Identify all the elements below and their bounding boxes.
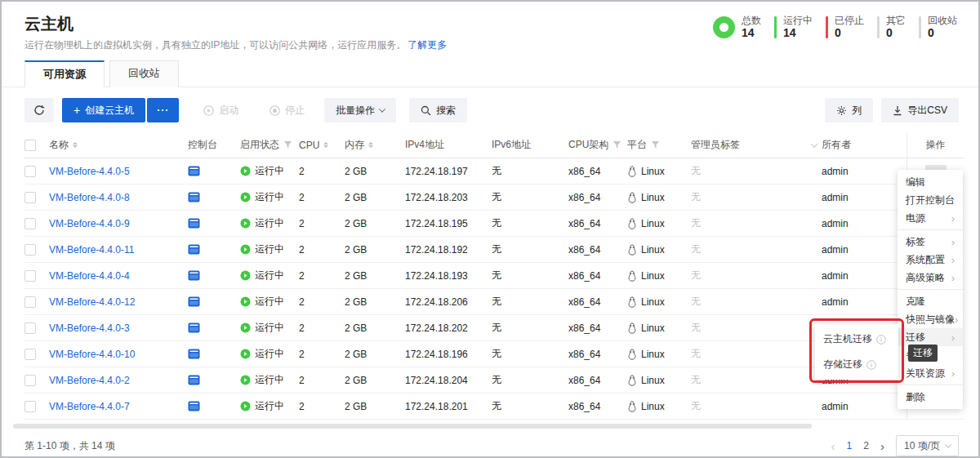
create-more-button[interactable] [147, 98, 179, 122]
stop-button[interactable]: 停止 [258, 98, 316, 122]
columns-button[interactable]: 列 [825, 98, 873, 122]
vm-name-link[interactable]: VM-Before-4.4.0-2 [49, 375, 130, 386]
console-icon[interactable] [188, 296, 200, 307]
menu-item-label: 快照与镜像 [906, 313, 955, 327]
row-checkbox[interactable] [24, 270, 36, 282]
row-checkbox[interactable] [24, 296, 36, 308]
vm-name-link[interactable]: VM-Before-4.4.0-9 [49, 218, 130, 229]
ipv4-cell: 172.24.18.192 [405, 244, 492, 256]
menu-item-编辑[interactable]: 编辑 [898, 173, 963, 191]
menu-item-电源[interactable]: 电源 [898, 209, 963, 227]
menu-item-标签[interactable]: 标签 [898, 233, 963, 251]
learn-more-link[interactable]: 了解更多 [408, 39, 447, 51]
column-header-cb [24, 140, 49, 151]
console-icon[interactable] [188, 244, 200, 255]
menu-item-系统配置[interactable]: 系统配置 [898, 251, 963, 269]
console-icon[interactable] [188, 375, 200, 385]
menu-divider [898, 289, 963, 290]
row-checkbox[interactable] [24, 401, 36, 412]
console-icon[interactable] [188, 270, 200, 281]
stat-item: 运行中14 [774, 15, 813, 40]
menu-item-关联资源[interactable]: 关联资源 [898, 364, 963, 382]
row-checkbox[interactable] [24, 166, 36, 177]
chevron-down-icon[interactable] [811, 140, 817, 147]
row-checkbox[interactable] [24, 244, 36, 256]
vm-name-link[interactable]: VM-Before-4.4.0-11 [49, 244, 135, 256]
console-icon[interactable] [188, 322, 200, 333]
admin-tag-cell: 无 [691, 295, 822, 309]
column-label: 内存 [345, 138, 364, 152]
table-row: VM-Before-4.4.0-12 运行中 2 2 GB 172.24.18.… [24, 289, 964, 315]
cpu-arch-cell: x86_64 [568, 192, 627, 203]
filter-icon[interactable] [651, 140, 660, 149]
menu-item-打开控制台[interactable]: 打开控制台 [898, 191, 963, 209]
row-checkbox[interactable] [24, 218, 36, 229]
tab-可用资源[interactable]: 可用资源 [24, 60, 105, 87]
ipv6-cell: 无 [492, 347, 568, 361]
console-icon[interactable] [188, 192, 200, 202]
row-checkbox[interactable] [24, 349, 36, 360]
memory-cell: 2 GB [345, 349, 405, 360]
console-icon[interactable] [188, 218, 200, 229]
sort-icon[interactable] [73, 142, 78, 148]
column-header-ipv6: IPv6地址 [492, 138, 568, 152]
filter-icon[interactable] [283, 140, 292, 149]
create-vm-button[interactable]: 创建云主机 [62, 98, 145, 122]
row-checkbox[interactable] [24, 322, 36, 334]
console-icon[interactable] [188, 401, 200, 411]
vm-name-link[interactable]: VM-Before-4.4.0-12 [49, 296, 135, 308]
menu-item-快照与镜像[interactable]: 快照与镜像 [898, 310, 963, 328]
menu-item-删除[interactable]: 删除 [898, 388, 963, 406]
refresh-icon [33, 104, 45, 116]
column-label: 启用状态 [240, 138, 279, 152]
status-text: 运行中 [255, 295, 284, 309]
menu-item-高级策略[interactable]: 高级策略 [898, 269, 963, 287]
tab-bar: 可用资源回收站 [2, 60, 978, 87]
page-button-1[interactable]: 1 [847, 440, 853, 451]
prev-page-button[interactable] [831, 439, 835, 453]
row-checkbox[interactable] [24, 192, 36, 203]
menu-item-label: 关联资源 [906, 367, 945, 380]
stat-item: 其它0 [877, 15, 906, 40]
status-text: 运行中 [255, 164, 284, 178]
menu-item-label: 迁移 [906, 331, 925, 345]
stat-value: 0 [835, 26, 864, 40]
running-status-icon [240, 270, 251, 281]
stat-label: 其它 [886, 15, 906, 26]
platform-text: Linux [641, 218, 665, 229]
page-button-2[interactable]: 2 [863, 440, 869, 451]
vm-name-link[interactable]: VM-Before-4.4.0-8 [49, 192, 130, 203]
filter-icon[interactable] [612, 140, 621, 149]
horizontal-scrollbar-thumb[interactable] [13, 424, 812, 429]
start-label: 启动 [219, 104, 238, 118]
export-csv-button[interactable]: 导出CSV [881, 98, 959, 122]
menu-item-迁移[interactable]: 迁移 [898, 328, 963, 346]
page-size-select[interactable]: 10 项/页 [896, 435, 959, 456]
create-vm-label: 创建云主机 [85, 104, 134, 118]
vm-name-link[interactable]: VM-Before-4.4.0-3 [49, 322, 130, 334]
batch-actions-button[interactable]: 批量操作 [324, 98, 396, 122]
sort-icon[interactable] [368, 142, 373, 148]
menu-item-克隆[interactable]: 克隆 [898, 292, 963, 310]
refresh-button[interactable] [24, 98, 54, 122]
vm-name-link[interactable]: VM-Before-4.4.0-7 [49, 401, 130, 412]
console-icon[interactable] [188, 166, 200, 176]
select-all-checkbox[interactable] [24, 140, 36, 151]
row-checkbox[interactable] [24, 375, 36, 386]
platform-text: Linux [641, 270, 665, 282]
sort-icon[interactable] [323, 142, 328, 148]
vm-name-link[interactable]: VM-Before-4.4.0-5 [49, 166, 130, 177]
console-icon[interactable] [188, 349, 200, 359]
submenu-item-云主机迁移[interactable]: 云主机迁移 [815, 327, 898, 352]
stop-icon [270, 105, 280, 116]
next-page-button[interactable] [880, 439, 884, 453]
start-button[interactable]: 启动 [192, 98, 250, 122]
vm-name-link[interactable]: VM-Before-4.4.0-4 [49, 270, 130, 282]
vm-name-link[interactable]: VM-Before-4.4.0-10 [49, 349, 135, 360]
menu-divider [898, 385, 963, 385]
tab-回收站[interactable]: 回收站 [109, 60, 179, 87]
page-numbers: 12 [847, 440, 869, 451]
search-button[interactable]: 搜索 [409, 98, 467, 122]
submenu-item-存储迁移[interactable]: 存储迁移 [815, 352, 898, 377]
stat-value: 0 [928, 26, 957, 40]
